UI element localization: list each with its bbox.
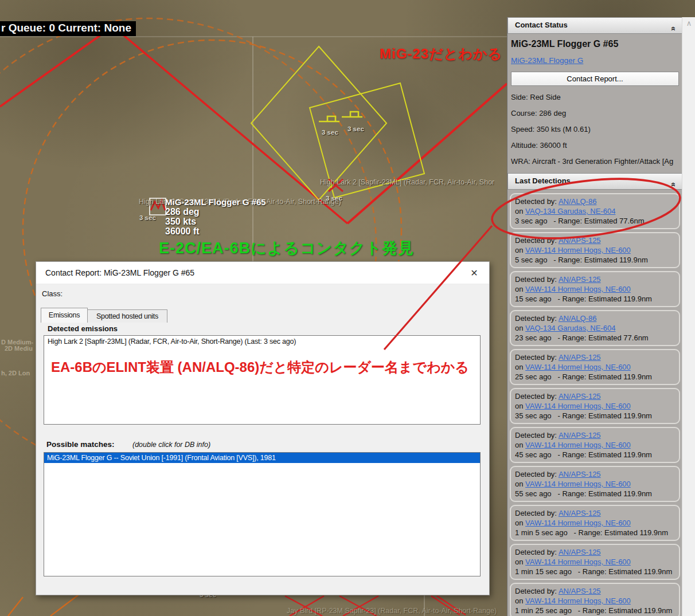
close-icon[interactable]: ✕ xyxy=(467,266,481,280)
contact-wra-row: WRA: Aircraft - 3rd Generation Fighter/A… xyxy=(511,157,679,166)
detection-time-range: 3 sec ago - Range: Estimated 77.6nm xyxy=(515,216,675,226)
detection-time-range: 45 sec ago - Range: Estimated 119.9nm xyxy=(515,450,675,460)
detection-card: Detected by: AN/APS-125 on VAW-114 Horme… xyxy=(510,271,680,307)
possible-matches-label: Possible matches: xyxy=(46,440,115,449)
contact-report-button[interactable]: Contact Report... xyxy=(511,72,679,86)
contact-altitude-label: 36000 ft xyxy=(165,227,266,236)
class-label: Class: xyxy=(42,289,63,298)
emitter-label-jay-bird: Jay Bird [RP-23M Sapfir-23] (Radar, FCR,… xyxy=(287,607,497,615)
detection-time-range: 25 sec ago - Range: Estimated 119.9nm xyxy=(515,372,675,382)
yellow-detection-areas xyxy=(251,46,424,200)
on-label: on xyxy=(515,363,525,371)
contact-status-header[interactable]: Contact Status « xyxy=(507,17,682,34)
platform-link[interactable]: VAW-114 Hormel Hogs, NE-600 xyxy=(525,441,631,449)
detection-card: Detected by: AN/APS-125 on VAW-114 Horme… xyxy=(510,232,680,268)
detected-by-label: Detected by: xyxy=(515,197,559,206)
platform-link[interactable]: VAW-114 Hormel Hogs, NE-600 xyxy=(525,246,631,254)
last-detections-title: Last Detections xyxy=(515,176,571,185)
edge-radar-label: 2D Mediu xyxy=(5,345,33,352)
detection-card: Detected by: AN/APS-125 on VAW-114 Horme… xyxy=(510,427,680,463)
sensor-link[interactable]: AN/ALQ-86 xyxy=(559,314,596,323)
sensor-link[interactable]: AN/APS-125 xyxy=(559,587,601,595)
match-list-item-selected[interactable]: MiG-23ML Flogger G -- Soviet Union [-199… xyxy=(44,453,480,463)
sidebar-scrollbar[interactable]: ∧ xyxy=(682,17,695,616)
sensor-link[interactable]: AN/APS-125 xyxy=(559,353,601,362)
detected-by-label: Detected by: xyxy=(515,392,559,401)
detected-emissions-label: Detected emissions xyxy=(48,324,118,333)
possible-matches-note: (double click for DB info) xyxy=(132,441,210,449)
detection-card: Detected by: AN/APS-125 on VAW-114 Horme… xyxy=(510,466,680,502)
detection-time-range: 35 sec ago - Range: Estimated 119.9nm xyxy=(515,411,675,421)
right-sidebar: Contact Status « MiG-23ML Flogger G #65 … xyxy=(507,17,682,616)
platform-link[interactable]: VAW-114 Hormel Hogs, NE-600 xyxy=(525,480,631,488)
last-detections-header[interactable]: Last Detections « xyxy=(507,173,682,190)
sensor-link[interactable]: AN/APS-125 xyxy=(559,431,601,440)
platform-link[interactable]: VAW-114 Hormel Hogs, NE-600 xyxy=(525,402,631,410)
platform-link[interactable]: VAQ-134 Garudas, NE-604 xyxy=(525,207,615,215)
age-label: 3 sec xyxy=(348,125,364,132)
sensor-link[interactable]: AN/APS-125 xyxy=(559,392,601,401)
detection-card: Detected by: AN/APS-125 on VAW-114 Horme… xyxy=(510,388,680,424)
detected-by-label: Detected by: xyxy=(515,509,559,517)
age-label: 3 sec xyxy=(322,129,338,136)
on-label: on xyxy=(515,324,525,332)
detection-card: Detected by: AN/APS-125 on VAW-114 Horme… xyxy=(510,544,680,580)
sensor-link[interactable]: AN/APS-125 xyxy=(559,275,601,284)
contact-name-label: MiG-23ML Flogger G #65 xyxy=(165,197,266,207)
detected-by-label: Detected by: xyxy=(515,548,559,556)
detected-by-label: Detected by: xyxy=(515,587,559,595)
detected-by-label: Detected by: xyxy=(515,236,559,245)
collapse-icon[interactable]: « xyxy=(666,182,681,187)
dialog-titlebar[interactable]: Contact Report: MiG-23ML Flogger G #65 ✕ xyxy=(36,262,489,284)
platform-link[interactable]: VAW-114 Hormel Hogs, NE-600 xyxy=(525,363,631,371)
detection-card: Detected by: AN/APS-125 on VAW-114 Horme… xyxy=(510,349,680,385)
detected-by-label: Detected by: xyxy=(515,314,559,323)
detection-time-range: 1 min 5 sec ago - Range: Estimated 119.9… xyxy=(515,528,675,537)
contact-speed-row: Speed: 350 kts (M 0.61) xyxy=(511,125,679,134)
contact-class-link[interactable]: MiG-23ML Flogger G xyxy=(511,56,583,65)
sensor-link[interactable]: AN/APS-125 xyxy=(559,548,601,556)
detection-time-range: 1 min 25 sec ago - Range: Estimated 119.… xyxy=(515,606,675,615)
contact-course-row: Course: 286 deg xyxy=(511,109,679,117)
contact-side-row: Side: Red Side xyxy=(511,93,679,101)
on-label: on xyxy=(515,441,525,449)
yellow-contact-symbol[interactable] xyxy=(319,112,362,121)
contact-status-title: Contact Status xyxy=(515,21,568,29)
platform-link[interactable]: VAW-114 Hormel Hogs, NE-600 xyxy=(525,519,631,527)
platform-link[interactable]: VAW-114 Hormel Hogs, NE-600 xyxy=(525,285,631,293)
age-label: 3 sec xyxy=(139,214,156,221)
annotation-contact-found-text: E-2C/EA-6Bによるコンタクト発見 xyxy=(159,238,414,258)
on-label: on xyxy=(515,285,525,293)
emission-list-item[interactable]: High Lark 2 [Sapfir-23ML] (Radar, FCR, A… xyxy=(44,336,480,347)
contact-status-panel: MiG-23ML Flogger G #65 MiG-23ML Flogger … xyxy=(507,34,682,173)
possible-matches-list[interactable]: MiG-23ML Flogger G -- Soviet Union [-199… xyxy=(44,452,481,576)
scroll-up-icon[interactable]: ∧ xyxy=(682,18,695,29)
sensor-link[interactable]: AN/APS-125 xyxy=(559,470,601,478)
detections-list: Detected by: AN/ALQ-86 on VAQ-134 Garuda… xyxy=(507,190,682,616)
sensor-link[interactable]: AN/APS-125 xyxy=(559,236,601,245)
detection-card: Detected by: AN/ALQ-86 on VAQ-134 Garuda… xyxy=(510,193,680,229)
contact-datablock: MiG-23ML Flogger G #65 286 deg 350 kts 3… xyxy=(165,197,266,236)
sensor-link[interactable]: AN/APS-125 xyxy=(559,509,601,517)
on-label: on xyxy=(515,519,525,527)
collapse-icon[interactable]: « xyxy=(666,26,681,31)
platform-link[interactable]: VAQ-134 Garudas, NE-604 xyxy=(525,324,615,332)
detection-time-range: 23 sec ago - Range: Estimated 77.6nm xyxy=(515,333,675,343)
order-queue-label: r Queue: 0 Current: None xyxy=(0,21,136,36)
on-label: on xyxy=(515,480,525,488)
detected-by-label: Detected by: xyxy=(515,275,559,284)
on-label: on xyxy=(515,246,525,254)
sensor-link[interactable]: AN/ALQ-86 xyxy=(559,197,596,206)
detected-by-label: Detected by: xyxy=(515,431,559,440)
on-label: on xyxy=(515,597,525,605)
platform-link[interactable]: VAW-114 Hormel Hogs, NE-600 xyxy=(525,558,631,566)
tab-spotted-hosted-units[interactable]: Spotted hosted units xyxy=(87,309,167,323)
platform-link[interactable]: VAW-114 Hormel Hogs, NE-600 xyxy=(525,597,631,605)
detection-card: Detected by: AN/APS-125 on VAW-114 Horme… xyxy=(510,505,680,541)
detection-time-range: 15 sec ago - Range: Estimated 119.9nm xyxy=(515,294,675,304)
emitter-label-high-lark: High Lark 2 [Sapfir-23ML] (Radar, FCR, A… xyxy=(320,178,494,186)
contact-altitude-row: Altitude: 36000 ft xyxy=(511,141,679,150)
detection-time-range: 5 sec ago - Range: Estimated 119.9nm xyxy=(515,255,675,265)
detected-emissions-list[interactable]: High Lark 2 [Sapfir-23ML] (Radar, FCR, A… xyxy=(44,335,481,425)
tab-emissions[interactable]: Emissions xyxy=(41,308,88,323)
